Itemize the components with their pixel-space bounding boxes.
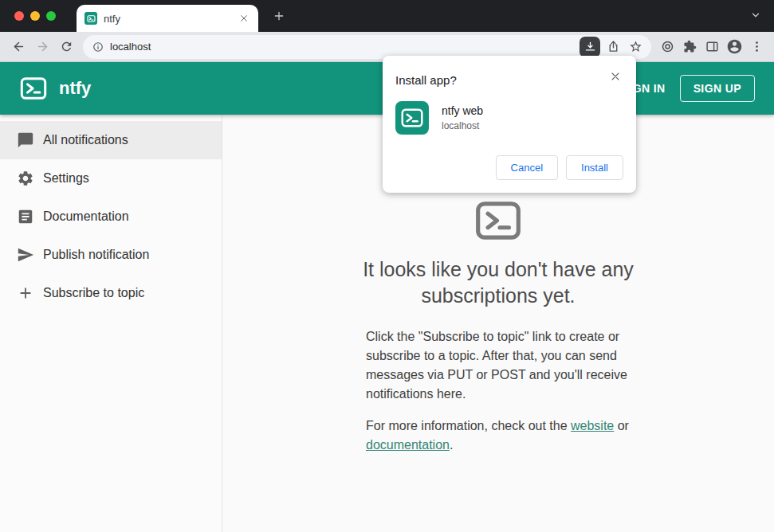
share-icon[interactable]	[602, 36, 624, 58]
window-close-button[interactable]	[14, 11, 24, 21]
website-link[interactable]: website	[571, 419, 614, 432]
more-suffix: .	[450, 438, 453, 452]
plus-icon	[16, 284, 35, 303]
browser-window: ntfy localhost	[0, 0, 774, 532]
ntfy-logo-icon	[19, 74, 48, 103]
sidebar-item-settings[interactable]: Settings	[0, 159, 222, 198]
chat-bubble-icon	[16, 131, 35, 150]
dialog-app-origin: localhost	[442, 120, 483, 131]
documentation-link[interactable]: documentation	[366, 438, 450, 452]
tab-strip: ntfy	[0, 0, 774, 32]
sidebar-item-label: All notifications	[43, 133, 128, 147]
more-prefix: For more information, check out the	[366, 419, 571, 432]
sidebar-item-documentation[interactable]: Documentation	[0, 198, 222, 236]
forward-icon[interactable]	[30, 35, 54, 59]
document-icon	[16, 207, 35, 226]
browser-tab[interactable]: ntfy	[77, 5, 258, 32]
sidebar-item-label: Publish notification	[43, 248, 149, 262]
sidebar-item-all-notifications[interactable]: All notifications	[0, 121, 222, 159]
address-bar[interactable]: localhost	[83, 35, 651, 59]
sidebar-item-publish-notification[interactable]: Publish notification	[0, 236, 222, 274]
empty-state-heading: It looks like you don't have any subscri…	[339, 256, 658, 308]
more-middle: or	[614, 419, 629, 432]
close-icon[interactable]	[607, 68, 623, 84]
cancel-button[interactable]: Cancel	[496, 155, 558, 180]
install-app-icon[interactable]	[580, 37, 600, 57]
tab-title: ntfy	[104, 13, 238, 25]
send-icon	[16, 245, 35, 264]
side-panel-icon[interactable]	[701, 36, 723, 58]
empty-state-body: Click the "Subscribe to topic" link to c…	[366, 327, 631, 404]
gear-icon	[16, 169, 35, 188]
tab-search-chevron-icon[interactable]	[750, 10, 761, 24]
ntfy-logo-icon	[473, 196, 523, 248]
sign-up-button[interactable]: SIGN UP	[680, 75, 755, 102]
sidebar-item-label: Subscribe to topic	[43, 286, 144, 300]
reload-icon[interactable]	[54, 35, 78, 59]
extension-ring-icon[interactable]	[656, 36, 678, 58]
site-info-icon[interactable]	[92, 41, 104, 53]
dialog-title: Install app?	[395, 68, 457, 87]
back-icon[interactable]	[6, 35, 30, 59]
extensions-puzzle-icon[interactable]	[678, 36, 701, 58]
brand-name: ntfy	[59, 78, 91, 99]
sidebar-item-subscribe-to-topic[interactable]: Subscribe to topic	[0, 274, 222, 312]
tab-close-icon[interactable]	[238, 12, 250, 25]
sidebar-item-label: Documentation	[43, 209, 129, 224]
install-app-dialog: Install app? ntfy web localhost Cancel I…	[383, 56, 636, 193]
dialog-app-name: ntfy web	[442, 104, 483, 117]
new-tab-button[interactable]	[269, 6, 289, 25]
menu-kebab-icon[interactable]	[745, 36, 768, 58]
window-minimize-button[interactable]	[30, 11, 40, 21]
sidebar: All notifications Settings Documentation…	[0, 115, 222, 532]
sidebar-item-label: Settings	[43, 171, 89, 186]
ntfy-app-icon	[395, 101, 429, 135]
traffic-lights	[14, 11, 56, 21]
window-zoom-button[interactable]	[46, 11, 56, 21]
header-actions: SIGN IN SIGN UP	[619, 75, 755, 102]
profile-avatar-icon[interactable]	[723, 36, 745, 58]
ntfy-favicon-icon	[84, 12, 97, 25]
bookmark-star-icon[interactable]	[624, 36, 646, 58]
install-button[interactable]: Install	[566, 155, 623, 180]
address-text[interactable]: localhost	[110, 41, 580, 53]
empty-state-more: For more information, check out the webs…	[366, 417, 631, 455]
